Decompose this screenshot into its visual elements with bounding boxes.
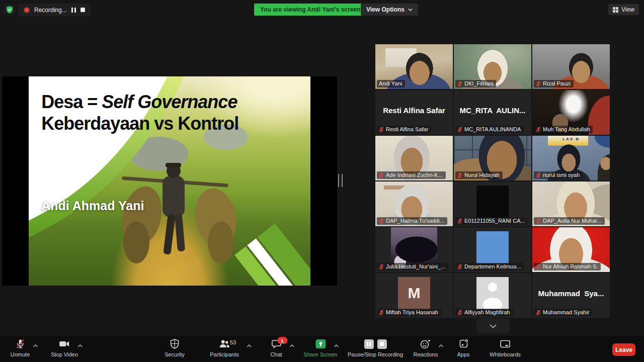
apps-label: Apps <box>457 351 469 357</box>
participant-tile[interactable]: Ade Indriani Zuchri-K... <box>375 136 453 180</box>
participant-tile[interactable]: Departemen Keilmua... <box>454 227 531 272</box>
unmute-label: Unmute <box>11 351 30 357</box>
participants-icon <box>218 338 231 349</box>
participant-name: Muh Tang Abdullah <box>543 126 590 132</box>
participant-name-label: Resti Alfina Safar <box>377 126 431 133</box>
participant-tile[interactable]: MC_RITA AULIN... MC_RITA AULINANDA <box>454 90 531 135</box>
participant-name: Resti Alfina Safar <box>386 126 428 132</box>
participants-button[interactable]: 53 Participants <box>210 338 238 357</box>
share-screen-label: Share Screen <box>303 351 337 357</box>
pause-stop-recording-button[interactable]: Pause/Stop Recording <box>348 338 403 357</box>
view-options-button[interactable]: View Options <box>361 4 418 16</box>
participant-name: DAP_Halima Tu'saddi... <box>386 218 444 224</box>
muted-mic-icon <box>379 172 384 178</box>
pause-recording-icon[interactable] <box>364 339 373 349</box>
participant-tile[interactable]: DKI_Fitriani <box>454 44 531 89</box>
view-options-label: View Options <box>366 6 405 13</box>
muted-mic-icon <box>536 218 541 224</box>
scroll-more-participants-button[interactable] <box>476 319 510 333</box>
muted-mic-icon <box>536 310 541 315</box>
participant-avatar <box>476 186 509 218</box>
chevron-up-icon[interactable] <box>439 344 444 347</box>
participant-name-label: Alfiyyah Maghfirah <box>455 309 513 316</box>
participants-label: Participants <box>210 351 238 357</box>
chevron-up-icon[interactable] <box>33 344 38 347</box>
meeting-info-shield-button[interactable] <box>4 4 15 15</box>
stop-recording-icon[interactable] <box>80 8 85 12</box>
muted-mic-icon <box>379 218 384 224</box>
participant-name-label: Nur Afniah Rahmah S. <box>534 263 601 270</box>
participant-name-label: DAP_Halima Tu'saddi... <box>377 217 447 225</box>
muted-mic-icon <box>457 310 462 315</box>
corner-stripes <box>234 224 310 286</box>
recording-indicator: Recording... <box>18 4 91 16</box>
participant-name: Miftah Triya Hasanah <box>386 309 438 315</box>
participant-name: Nurul Hidayah <box>464 172 500 178</box>
stop-video-button[interactable]: Stop Video <box>51 338 78 357</box>
zoom-meeting-window: { "top_bar": { "recording_label": "Recor… <box>0 0 644 362</box>
participant-tile[interactable]: Resti Alfina Safar Resti Alfina Safar <box>375 90 453 135</box>
pause-stop-recording-label: Pause/Stop Recording <box>348 351 403 357</box>
participant-name-label: Miftah Triya Hasanah <box>377 309 441 316</box>
participant-tile[interactable]: Muhammad Sya... Muhammad Syahir <box>532 273 610 318</box>
stop-video-label: Stop Video <box>51 351 78 357</box>
participants-count: 53 <box>230 339 236 345</box>
participant-name: nurul ismi syah <box>543 172 580 178</box>
participants-grid: Andi Yani DKI_Fitriani <box>375 44 610 318</box>
whiteboards-label: Whiteboards <box>490 351 521 357</box>
top-bar: Recording... You are viewing Andi Yani's… <box>0 0 644 18</box>
participant-name: Rizal Pauzi <box>543 80 571 86</box>
slide-title-prefix: Desa = <box>41 92 102 112</box>
share-screen-icon <box>314 338 327 349</box>
chevron-up-icon[interactable] <box>289 344 294 347</box>
green-shield-check-icon <box>6 6 14 14</box>
unmute-button[interactable]: Unmute <box>11 338 30 357</box>
chat-button[interactable]: 1 Chat <box>270 338 282 357</box>
participant-name: DKI_Fitriani <box>464 80 493 86</box>
presentation-slide: Desa = Self Governance Keberdayaan vs Ko… <box>29 76 310 286</box>
participant-name: Julia Hastuti_Nur'aini_... <box>386 263 445 269</box>
muted-mic-icon <box>457 81 462 86</box>
view-button[interactable]: View <box>608 4 639 15</box>
meeting-toolbar: Unmute Stop Video Security 53 Participan… <box>0 336 644 362</box>
participant-tile[interactable]: Nurul Hidayah <box>454 136 531 180</box>
reactions-button[interactable]: Reactions <box>414 338 438 357</box>
share-screen-button[interactable]: Share Screen <box>303 338 337 357</box>
whiteboards-button[interactable]: Whiteboards <box>490 338 521 357</box>
participant-name-label: Nurul Hidayah <box>455 171 503 179</box>
chevron-up-icon[interactable] <box>77 344 83 347</box>
participant-name: DAP_Aulia Nur Muhar... <box>543 218 602 224</box>
pause-recording-icon[interactable] <box>71 8 76 13</box>
chevron-up-icon[interactable] <box>334 344 339 347</box>
muted-mic-icon <box>379 310 384 315</box>
participant-tile[interactable]: DAP_Aulia Nur Muhar... <box>532 182 610 226</box>
muted-mic-icon <box>457 264 462 269</box>
participant-tile[interactable]: Alfiyyah Maghfirah <box>454 273 531 318</box>
apps-button[interactable]: Apps <box>457 338 469 357</box>
stop-recording-icon[interactable] <box>377 339 386 349</box>
participant-tile[interactable]: Andi Yani <box>375 44 453 89</box>
participant-tile[interactable]: DAP_Halima Tu'saddi... <box>375 182 453 226</box>
chevron-up-icon[interactable] <box>247 344 252 347</box>
shield-icon <box>169 338 180 349</box>
participant-tile[interactable]: Muh Tang Abdullah <box>532 90 610 135</box>
grid-view-icon <box>613 7 618 13</box>
participant-tile[interactable]: Julia Hastuti_Nur'aini_... <box>375 227 453 272</box>
participant-tile[interactable]: LAS B nurul ismi syah <box>532 136 610 180</box>
security-button[interactable]: Security <box>165 338 185 357</box>
participant-name: MC_RITA AULINANDA <box>464 126 521 132</box>
participant-name: Ade Indriani Zuchri-K... <box>386 172 443 178</box>
muted-mic-icon <box>536 264 541 269</box>
leave-button[interactable]: Leave <box>612 343 635 356</box>
muted-mic-icon <box>457 218 462 224</box>
participant-tile[interactable]: E011211055_RANI CA... <box>454 182 531 226</box>
participant-name-label: DAP_Aulia Nur Muhar... <box>534 217 605 225</box>
participant-tile[interactable]: Nur Afniah Rahmah S. <box>532 227 610 272</box>
participant-tile[interactable]: Rizal Pauzi <box>532 44 610 89</box>
panel-resize-handle[interactable] <box>338 174 343 187</box>
participant-tile[interactable]: M Miftah Triya Hasanah <box>375 273 453 318</box>
muted-mic-icon <box>379 264 384 269</box>
participant-name-label: MC_RITA AULINANDA <box>455 126 524 133</box>
apps-icon <box>458 338 469 349</box>
participant-name: Alfiyyah Maghfirah <box>464 309 510 315</box>
